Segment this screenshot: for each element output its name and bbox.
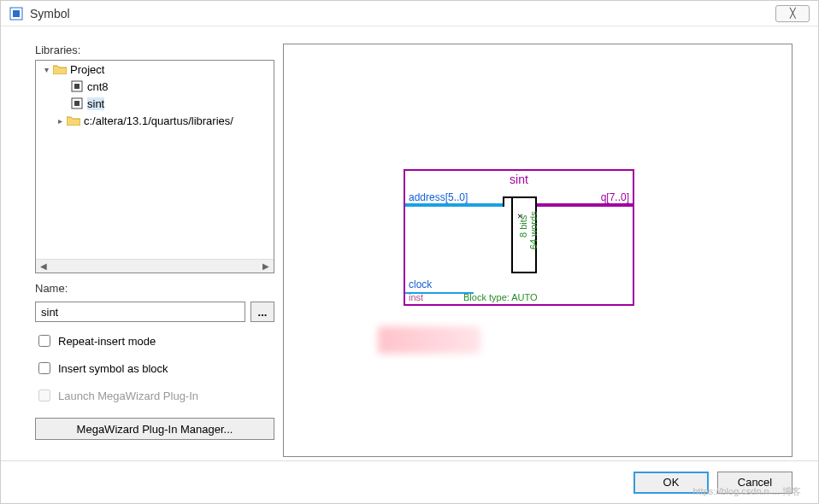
close-button[interactable]: ╳: [775, 5, 810, 22]
titlebar: Symbol ╳: [1, 1, 818, 26]
port-q-wire: [532, 203, 633, 207]
port-address-wire: [405, 203, 515, 207]
close-icon: ╳: [790, 8, 796, 19]
block-type: Block type: AUTO: [463, 292, 538, 302]
tree-label: sint: [87, 97, 104, 110]
horizontal-scrollbar[interactable]: ◀ ▶: [36, 259, 274, 273]
footer: OK Cancel: [1, 460, 818, 503]
port-q: q[7..0]: [601, 191, 629, 203]
insert-block-checkbox[interactable]: [38, 362, 50, 374]
svg-rect-3: [74, 84, 80, 89]
preview-panel: sint address[5..0] q[7..0] clock × 8 bit…: [283, 44, 792, 457]
launch-mwiz-row: Launch MegaWizard Plug-In: [35, 387, 274, 404]
svg-rect-5: [74, 101, 80, 106]
tree-item-sint[interactable]: sint: [36, 95, 274, 112]
symbol-file-icon: [70, 79, 84, 93]
browse-button[interactable]: ...: [250, 302, 274, 322]
insert-block-label: Insert symbol as block: [58, 362, 168, 375]
symbol-file-icon: [70, 97, 84, 110]
repeat-insert-checkbox[interactable]: [38, 335, 50, 347]
launch-mwiz-checkbox: [38, 390, 50, 401]
tree-label: c:/altera/13.1/quartus/libraries/: [84, 114, 233, 127]
expand-icon[interactable]: ▸: [55, 116, 65, 126]
library-tree[interactable]: ▾ Project cnt8 sint: [35, 60, 274, 273]
symbol-icon: [9, 7, 23, 21]
tree-label: Project: [70, 63, 104, 76]
scroll-left-icon[interactable]: ◀: [38, 261, 50, 273]
folder-open-icon: [53, 62, 67, 76]
scroll-right-icon[interactable]: ▶: [260, 261, 272, 273]
insert-block-row[interactable]: Insert symbol as block: [35, 360, 274, 377]
tree-item-project[interactable]: ▾ Project: [36, 61, 274, 78]
tree-label: cnt8: [87, 80, 109, 93]
megawizard-button[interactable]: MegaWizard Plug-In Manager...: [35, 418, 274, 440]
repeat-insert-row[interactable]: Repeat-insert mode: [35, 332, 274, 349]
expand-icon[interactable]: ▾: [41, 65, 51, 74]
rom-bits: 8 bits: [518, 215, 528, 237]
dialog-title: Symbol: [30, 7, 775, 21]
body: Libraries: ▾ Project cnt8: [1, 26, 818, 457]
symbol-name: sint: [405, 171, 633, 186]
instance-label: inst: [409, 292, 423, 302]
ok-button[interactable]: OK: [633, 472, 709, 494]
symbol-dialog: Symbol ╳ Libraries: ▾ Project cn: [0, 0, 819, 504]
port-address: address[5..0]: [409, 191, 468, 203]
port-clock: clock: [409, 278, 432, 290]
cancel-button[interactable]: Cancel: [717, 472, 792, 494]
left-panel: Libraries: ▾ Project cnt8: [1, 44, 283, 457]
name-row: ...: [35, 302, 274, 322]
rom-words: 64 words: [528, 211, 539, 249]
svg-rect-1: [13, 10, 20, 17]
tree-item-altera-lib[interactable]: ▸ c:/altera/13.1/quartus/libraries/: [36, 112, 274, 129]
name-input[interactable]: [35, 302, 245, 322]
smudge-overlay: [378, 326, 480, 354]
repeat-insert-label: Repeat-insert mode: [58, 335, 156, 348]
launch-mwiz-label: Launch MegaWizard Plug-In: [58, 390, 198, 402]
tree-item-cnt8[interactable]: cnt8: [36, 78, 274, 95]
folder-icon: [67, 114, 80, 127]
libraries-label: Libraries:: [35, 44, 274, 56]
symbol-preview: sint address[5..0] q[7..0] clock × 8 bit…: [404, 169, 634, 306]
name-label: Name:: [35, 282, 274, 295]
